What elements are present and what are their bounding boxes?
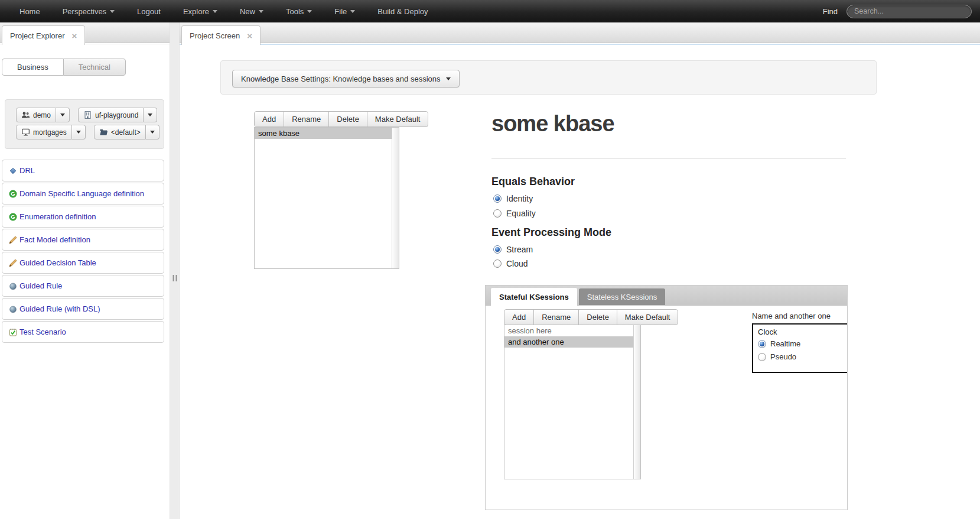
tab-project-explorer[interactable]: Project Explorer × (2, 25, 85, 45)
explorer-item-enumeration-definition[interactable]: G Enumeration definition (2, 206, 164, 228)
nav-file[interactable]: File (323, 0, 366, 22)
kbase-list-item[interactable]: some kbase (255, 128, 392, 139)
tab-title: Project Explorer (10, 31, 64, 40)
clock-heading: Clock (758, 327, 848, 336)
chevron-down-icon (150, 131, 155, 134)
technical-mode-button[interactable]: Technical (63, 59, 126, 76)
drl-diamond-icon (8, 166, 18, 176)
explorer-item-drl[interactable]: DRL (2, 160, 164, 181)
radio-row-realtime: Realtime (758, 339, 848, 348)
nav-logout[interactable]: Logout (126, 0, 172, 22)
equals-behavior-heading: Equals Behavior (491, 176, 575, 188)
chevron-down-icon (307, 10, 312, 13)
main-tabstrip-accent-line (180, 44, 980, 45)
repo-uf-playground-button[interactable]: uf-playground (78, 108, 144, 122)
project-explorer-panel: Business Technical demo (0, 45, 170, 519)
kbase-settings-dropdown[interactable]: Knowledge Base Settings: Knowledge bases… (232, 70, 460, 87)
chevron-down-icon (148, 113, 152, 116)
chevron-down-icon (60, 113, 65, 116)
explorer-item-guided-decision-table[interactable]: Guided Decision Table (2, 252, 164, 274)
nav-perspectives[interactable]: Perspectives (51, 0, 126, 22)
ksessions-panel: Stateful KSessions Stateless KSessions A… (485, 285, 848, 510)
session-toolbar: Add Rename Delete Make Default (504, 309, 678, 325)
session-list: session here and another one (504, 325, 641, 479)
tab-title: Project Screen (190, 31, 240, 40)
explorer-mode-toggle: Business Technical (2, 59, 126, 76)
enum-g-icon: G (8, 212, 18, 222)
org-demo-button[interactable]: demo (16, 108, 56, 122)
repo-uf-playground-caret-button[interactable] (144, 108, 157, 122)
svg-text:G: G (11, 213, 15, 220)
pencil-icon (8, 235, 18, 245)
business-mode-button[interactable]: Business (2, 59, 64, 76)
pencil-icon (8, 258, 18, 268)
session-make-default-button[interactable]: Make Default (617, 309, 679, 325)
search-input[interactable] (846, 5, 972, 18)
explorer-context-box: demo uf-playground (5, 99, 164, 149)
session-name-label: Name and another one (752, 312, 831, 320)
realtime-radio[interactable] (758, 340, 766, 348)
close-icon[interactable]: × (247, 31, 252, 40)
project-icon (21, 128, 30, 137)
repository-dropdown: uf-playground (78, 108, 157, 122)
nav-new[interactable]: New (229, 0, 275, 22)
project-dropdown: mortgages (16, 125, 86, 140)
identity-radio[interactable] (493, 194, 502, 203)
session-delete-button[interactable]: Delete (578, 309, 617, 325)
nav-home[interactable]: Home (8, 0, 51, 22)
chevron-down-icon (213, 10, 217, 13)
kbase-delete-button[interactable]: Delete (328, 111, 367, 127)
clock-box: Clock Realtime Pseudo (752, 323, 848, 373)
splitter-grip-icon (172, 275, 177, 281)
dsl-g-icon: G (8, 189, 18, 199)
kbase-list: some kbase (254, 127, 399, 269)
explorer-item-dsl-definition[interactable]: G Domain Specific Language definition (2, 183, 164, 205)
kbase-list-scrollbar[interactable] (392, 128, 399, 268)
radio-row-cloud: Cloud (493, 259, 528, 268)
folder-icon (99, 128, 108, 137)
org-demo-caret-button[interactable] (56, 108, 70, 122)
package-dropdown: <default> (94, 125, 159, 140)
kbase-make-default-button[interactable]: Make Default (367, 111, 429, 127)
tab-stateful-ksessions[interactable]: Stateful KSessions (491, 288, 577, 306)
explorer-item-guided-rule-dsl[interactable]: Guided Rule (with DSL) (2, 298, 164, 320)
project-mortgages-caret-button[interactable] (72, 125, 86, 140)
project-mortgages-button[interactable]: mortgages (16, 125, 72, 140)
chevron-down-icon (76, 131, 81, 134)
session-rename-button[interactable]: Rename (533, 309, 579, 325)
main-tabstrip (180, 22, 980, 43)
tab-project-screen[interactable]: Project Screen × (181, 25, 261, 45)
panel-splitter[interactable] (170, 22, 180, 519)
repository-icon (83, 111, 92, 119)
nav-tools[interactable]: Tools (275, 0, 323, 22)
explorer-item-test-scenario[interactable]: Test Scenario (2, 321, 164, 343)
kbase-rename-button[interactable]: Rename (284, 111, 329, 127)
session-list-item[interactable]: session here (504, 325, 634, 336)
pseudo-radio[interactable] (758, 353, 766, 361)
explorer-item-fact-model-definition[interactable]: Fact Model definition (2, 229, 164, 251)
sphere-icon (8, 304, 18, 314)
project-screen-panel: Knowledge Base Settings: Knowledge bases… (180, 45, 980, 519)
chevron-down-icon (110, 10, 115, 13)
tab-stateless-ksessions[interactable]: Stateless KSessions (579, 288, 666, 305)
close-icon[interactable]: × (71, 31, 77, 40)
event-processing-heading: Event Processing Mode (491, 226, 611, 239)
session-list-scrollbar[interactable] (633, 325, 640, 479)
kbase-add-button[interactable]: Add (254, 111, 284, 127)
nav-explore[interactable]: Explore (172, 0, 229, 22)
chevron-down-icon (350, 10, 355, 13)
package-default-caret-button[interactable] (146, 125, 159, 140)
session-add-button[interactable]: Add (504, 309, 534, 325)
svg-text:G: G (11, 190, 15, 197)
explorer-item-guided-rule[interactable]: Guided Rule (2, 275, 164, 297)
cloud-radio[interactable] (493, 260, 502, 268)
chevron-down-icon (446, 77, 451, 80)
package-default-button[interactable]: <default> (94, 125, 146, 140)
radio-row-equality: Equality (493, 209, 536, 218)
nav-build-deploy[interactable]: Build & Deploy (366, 0, 439, 22)
find-label[interactable]: Find (823, 7, 838, 16)
stream-radio[interactable] (493, 245, 502, 254)
equality-radio[interactable] (493, 209, 502, 218)
session-list-item[interactable]: and another one (504, 336, 634, 348)
kbase-toolbar: Add Rename Delete Make Default (254, 111, 428, 127)
